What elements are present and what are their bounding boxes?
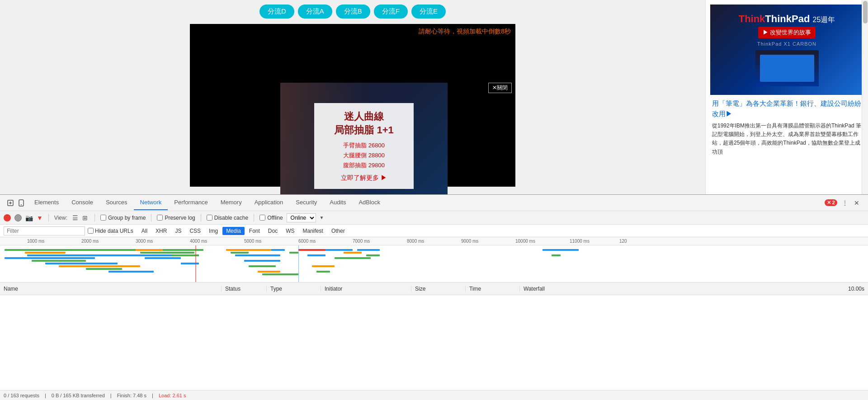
network-toolbar: 📷 ▼ View: ☰ ⊞ Group by frame Preserve lo… — [0, 211, 868, 225]
main-content: 分流D 分流A 分流B 分流F 分流E 請耐心等待，視頻加載中倒數8秒 ✕關閉 … — [0, 0, 705, 194]
ruler-8000: 8000 ms — [407, 239, 424, 244]
throttle-dropdown-arrow[interactable]: ▼ — [320, 215, 324, 220]
page-scrollbar[interactable] — [862, 0, 868, 194]
screenshot-icon[interactable]: 📷 — [25, 214, 33, 221]
tab-performance[interactable]: Performance — [168, 195, 214, 210]
separator-status-2: | — [110, 393, 112, 398]
devtools-panel: Elements Console Sources Network Perform… — [0, 194, 868, 400]
col-header-initiator: Initiator — [321, 286, 411, 292]
list-view-icon[interactable]: ☰ — [71, 214, 79, 222]
ruler-5000: 5000 ms — [244, 239, 261, 244]
type-btn-media[interactable]: Media — [222, 227, 245, 235]
bar-34 — [552, 254, 561, 256]
bar-31 — [357, 249, 380, 251]
pad-label: ThinkPad — [765, 13, 810, 24]
type-btn-img[interactable]: Img — [205, 227, 222, 235]
view-icons: ☰ ⊞ — [71, 214, 89, 222]
tab-memory[interactable]: Memory — [214, 195, 248, 210]
bar-19 — [249, 265, 276, 267]
type-btn-js[interactable]: JS — [171, 227, 185, 235]
transferred-size: 0 B / 165 KB transferred — [52, 393, 105, 398]
thinkpad-image: ThinkThinkPad 25週年 ▶ 改變世界的故事 ThinkPad X1… — [710, 5, 863, 95]
throttle-select[interactable]: Online — [287, 213, 316, 222]
type-btn-css[interactable]: CSS — [186, 227, 204, 235]
bar-30 — [344, 252, 362, 254]
inspect-icon[interactable] — [6, 199, 14, 207]
ruler-1000: 1000 ms — [27, 239, 44, 244]
type-btn-doc[interactable]: Doc — [264, 227, 281, 235]
type-btn-all[interactable]: All — [138, 227, 151, 235]
group-by-frame-checkbox[interactable]: Group by frame — [100, 215, 146, 221]
devtools-icons-left — [4, 199, 28, 207]
tab-network[interactable]: Network — [134, 195, 168, 210]
video-container: 請耐心等待，視頻加載中倒數8秒 ✕關閉 迷人曲線 局部抽脂 1+1 手臂抽脂 2… — [190, 24, 515, 187]
separator-4 — [201, 214, 201, 222]
separator-1 — [48, 214, 49, 222]
col-header-type: Type — [267, 286, 321, 292]
type-btn-font[interactable]: Font — [245, 227, 264, 235]
right-panel: ThinkThinkPad 25週年 ▶ 改變世界的故事 ThinkPad X1… — [705, 0, 868, 194]
stream-btn-d[interactable]: 分流D — [259, 5, 294, 19]
disable-cache-checkbox[interactable]: Disable cache — [207, 215, 248, 221]
filter-input[interactable] — [4, 226, 85, 235]
stream-btn-f[interactable]: 分流F — [374, 5, 408, 19]
tab-application[interactable]: Application — [248, 195, 290, 210]
view-label: View: — [54, 215, 67, 221]
bar-16 — [231, 252, 249, 254]
device-icon[interactable] — [17, 199, 25, 207]
type-btn-xhr[interactable]: XHR — [152, 227, 170, 235]
thinkpad-headline[interactable]: 用「筆電」為各大企業革新！銀行、建設公司紛紛改用▶ — [712, 99, 862, 119]
filter-bar: Hide data URLs All XHR JS CSS Img Media … — [0, 225, 868, 237]
bar-28 — [326, 249, 353, 251]
type-btn-ws[interactable]: WS — [282, 227, 298, 235]
more-options-icon[interactable]: ⋮ — [841, 199, 849, 207]
preserve-log-checkbox[interactable]: Preserve log — [157, 215, 195, 221]
tab-console[interactable]: Console — [65, 195, 99, 210]
offline-checkbox[interactable]: Offline — [259, 215, 283, 221]
bar-10 — [136, 249, 163, 251]
bar-12 — [145, 257, 181, 259]
timing-marker-2 — [298, 245, 299, 282]
tab-sources[interactable]: Sources — [99, 195, 134, 210]
bar-4 — [5, 257, 95, 259]
stream-btn-a[interactable]: 分流A — [298, 5, 332, 19]
separator-2 — [94, 214, 95, 222]
stream-btn-e[interactable]: 分流E — [411, 5, 446, 19]
type-btn-other[interactable]: Other — [328, 227, 349, 235]
timeline-area: 1000 ms 2000 ms 3000 ms 4000 ms 5000 ms … — [0, 237, 868, 282]
table-body — [0, 295, 868, 390]
bar-25 — [307, 254, 326, 256]
scrollbar-thumb[interactable] — [863, 1, 868, 24]
bar-2 — [25, 252, 66, 254]
ruler-6000: 6000 ms — [298, 239, 316, 244]
grid-view-icon[interactable]: ⊞ — [81, 214, 89, 222]
devtools-header: Elements Console Sources Network Perform… — [0, 195, 868, 211]
filter-icon[interactable]: ▼ — [37, 214, 43, 221]
bar-24 — [298, 249, 326, 251]
col-header-waterfall: Waterfall 10.00s — [520, 286, 868, 292]
hide-data-urls-checkbox[interactable]: Hide data URLs — [88, 228, 133, 234]
ad-title: 迷人曲線 局部抽脂 1+1 — [323, 110, 405, 137]
tab-security[interactable]: Security — [289, 195, 323, 210]
finish-time: Finish: 7.48 s — [117, 393, 146, 398]
bar-21 — [262, 273, 298, 275]
tab-audits[interactable]: Audits — [323, 195, 352, 210]
record-button[interactable] — [4, 214, 11, 221]
bar-6 — [45, 263, 118, 264]
timeline-bars — [0, 245, 868, 282]
bar-18 — [244, 260, 280, 262]
ad-prices: 手臂抽脂 26800 大腿腰側 28800 腹部抽脂 29800 — [323, 141, 405, 170]
tab-elements[interactable]: Elements — [28, 195, 65, 210]
requests-count: 0 / 163 requests — [4, 393, 39, 398]
bar-22 — [271, 249, 285, 251]
video-close-btn[interactable]: ✕關閉 — [488, 83, 512, 93]
stop-button[interactable] — [14, 214, 22, 221]
video-countdown: 請耐心等待，視頻加載中倒數8秒 — [419, 28, 511, 36]
type-btn-manifest[interactable]: Manifest — [299, 227, 327, 235]
stream-btn-b[interactable]: 分流B — [336, 5, 370, 19]
ruler-10000: 10000 ms — [515, 239, 535, 244]
tab-adblock[interactable]: AdBlock — [352, 195, 387, 210]
empty-row — [0, 295, 868, 322]
ad-cta[interactable]: 立即了解更多 ▶ — [323, 174, 405, 182]
close-devtools-icon[interactable]: ✕ — [853, 199, 861, 207]
